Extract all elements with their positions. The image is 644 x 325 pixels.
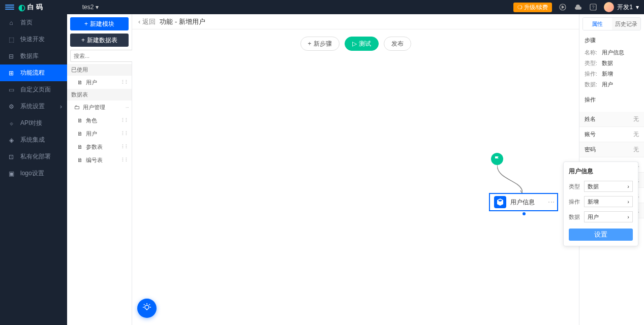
menu-toggle-button[interactable] <box>5 3 14 12</box>
more-icon[interactable]: ⠇⠇ <box>121 79 129 86</box>
header-left: ◐ 白 码 tes2 ▾ <box>5 3 99 12</box>
play-icon[interactable] <box>558 3 567 12</box>
new-module-button[interactable]: +新建模块 <box>70 17 129 30</box>
logo-icon: ◐ <box>18 3 25 12</box>
nav-quickdev[interactable]: ⬚快速开发 <box>0 31 67 48</box>
database-icon: ⊟ <box>7 52 15 60</box>
popover-select-type[interactable]: 数据› <box>584 181 633 192</box>
folder-icon: 🗀 <box>74 104 80 110</box>
nav-integration[interactable]: ◈系统集成 <box>0 132 67 148</box>
popover-settings-button[interactable]: 设置 <box>569 229 633 241</box>
back-button[interactable]: ‹返回 <box>138 17 156 26</box>
main-container: ⌂首页 ⬚快速开发 ⊟数据库 ⊞功能流程 ▭自定义页面 ⚙系统设置› ⟐API对… <box>0 14 644 325</box>
integrate-icon: ◈ <box>7 136 15 144</box>
svg-line-11 <box>149 304 150 305</box>
chevron-down-icon: ▾ <box>96 4 99 11</box>
op-section-title: 操作 <box>585 96 639 104</box>
popover-select-data[interactable]: 用户› <box>584 211 633 222</box>
file-icon: 🗎 <box>77 117 83 123</box>
popover-label-data: 数据 <box>569 213 584 221</box>
chevron-right-icon: › <box>627 214 629 220</box>
primary-sidebar: ⌂首页 ⬚快速开发 ⊟数据库 ⊞功能流程 ▭自定义页面 ⚙系统设置› ⟐API对… <box>0 14 67 325</box>
tab-attributes[interactable]: 属性 <box>583 18 612 30</box>
tree-item-params[interactable]: 🗎参数表⠇⠇ <box>67 140 132 153</box>
chevron-right-icon: › <box>627 183 629 189</box>
step-section-title: 步骤 <box>585 37 639 44</box>
tab-history[interactable]: 历史记录 <box>612 18 641 30</box>
new-datatable-button[interactable]: +新建数据表 <box>70 34 129 47</box>
properties-tabs: 属性 历史记录 <box>582 17 641 30</box>
home-icon: ⌂ <box>7 19 15 27</box>
nav-logo[interactable]: ▣logo设置 <box>0 165 67 182</box>
nav-deploy[interactable]: ⊡私有化部署 <box>0 148 67 165</box>
breadcrumb-path: 功能 - 新增用户 <box>160 17 205 26</box>
header-right: ❍ 升级/续费 ? 开发1 ▾ <box>513 2 639 12</box>
more-icon[interactable]: ⠇⠇ <box>121 157 129 164</box>
nav-home[interactable]: ⌂首页 <box>0 14 67 31</box>
tree-item-user[interactable]: 🗎用户⠇⠇ <box>67 127 132 140</box>
flow-node-userinfo[interactable]: 用户信息 ⋮ <box>489 193 558 211</box>
avatar <box>604 2 614 12</box>
cloud-icon[interactable] <box>573 3 582 12</box>
popover-label-op: 操作 <box>569 198 584 206</box>
node-menu-icon[interactable]: ⋮ <box>548 199 555 205</box>
nav-database[interactable]: ⊟数据库 <box>0 48 67 64</box>
upgrade-button[interactable]: ❍ 升级/续费 <box>513 3 552 12</box>
popover-select-op[interactable]: 新增› <box>584 196 633 207</box>
chevron-down-icon: ▾ <box>636 4 639 11</box>
svg-text:?: ? <box>592 5 595 10</box>
tree-item-user-used[interactable]: 🗎用户⠇⠇ <box>67 76 132 89</box>
tree-item-number[interactable]: 🗎编号表⠇⠇ <box>67 153 132 167</box>
op-row[interactable]: 姓名无 <box>579 112 644 127</box>
nav-flow[interactable]: ⊞功能流程 <box>0 64 67 81</box>
project-selector[interactable]: tes2 ▾ <box>82 4 99 11</box>
nav-custompage[interactable]: ▭自定义页面 <box>0 81 67 98</box>
op-row[interactable]: 密码无 <box>579 142 644 157</box>
more-icon[interactable]: ⠇⠇ <box>121 117 129 124</box>
more-icon[interactable]: ··· <box>126 104 129 110</box>
node-handle[interactable] <box>523 212 526 215</box>
flow-icon: ⊞ <box>7 69 15 77</box>
page-icon: ▭ <box>7 86 15 94</box>
logo-settings-icon: ▣ <box>7 170 15 178</box>
nav-api[interactable]: ⟐API对接 <box>0 115 67 132</box>
popover-title: 用户信息 <box>569 167 633 176</box>
more-icon[interactable]: ⠇⠇ <box>121 144 129 150</box>
popover-label-type: 类型 <box>569 183 584 190</box>
help-fab[interactable] <box>137 299 157 318</box>
file-icon: 🗎 <box>77 79 83 85</box>
op-row[interactable]: 账号无 <box>579 127 644 142</box>
secondary-panel: +新建模块 +新建数据表 已使用 🗎用户⠇⠇ 数据表 🗀用户管理··· 🗎角色⠇… <box>67 14 132 325</box>
tree-folder-usermgmt[interactable]: 🗀用户管理··· <box>67 101 132 114</box>
breadcrumb: ‹返回 功能 - 新增用户 <box>132 14 579 29</box>
nav-settings[interactable]: ⚙系统设置› <box>0 98 67 115</box>
more-icon[interactable]: ⠇⠇ <box>121 131 129 137</box>
file-icon: 🗎 <box>77 131 83 137</box>
chevron-right-icon: › <box>627 199 629 205</box>
section-datatable-title: 数据表 <box>67 89 132 101</box>
flag-icon <box>494 156 500 162</box>
node-popover: 用户信息 类型 数据› 操作 新增› 数据 用户› 设置 <box>563 161 638 246</box>
file-icon: 🗎 <box>77 144 83 150</box>
chevron-left-icon: ‹ <box>138 18 140 25</box>
gear-icon: ⚙ <box>7 103 15 111</box>
user-menu[interactable]: 开发1 ▾ <box>604 2 639 12</box>
help-icon[interactable]: ? <box>589 3 598 12</box>
cube-icon: ⬚ <box>7 36 15 44</box>
app-header: ◐ 白 码 tes2 ▾ ❍ 升级/续费 ? 开发1 ▾ <box>0 0 644 14</box>
lightbulb-icon <box>142 303 152 313</box>
node-title: 用户信息 <box>510 198 535 207</box>
start-node[interactable] <box>491 153 503 165</box>
api-icon: ⟐ <box>7 119 15 127</box>
logo-text: 白 码 <box>27 3 43 12</box>
cube-icon <box>494 196 506 208</box>
tree-item-role[interactable]: 🗎角色⠇⠇ <box>67 114 132 127</box>
svg-point-5 <box>145 305 149 309</box>
plus-icon: + <box>84 20 88 27</box>
plus-icon: + <box>81 37 85 44</box>
deploy-icon: ⊡ <box>7 153 15 161</box>
flow-canvas[interactable]: 用户信息 ⋮ 用户信息 类型 数据› 操作 新增› 数据 用户› 设置 <box>132 29 579 325</box>
svg-line-10 <box>144 304 145 305</box>
app-logo: ◐ 白 码 <box>18 3 43 12</box>
chevron-right-icon: › <box>60 103 62 110</box>
